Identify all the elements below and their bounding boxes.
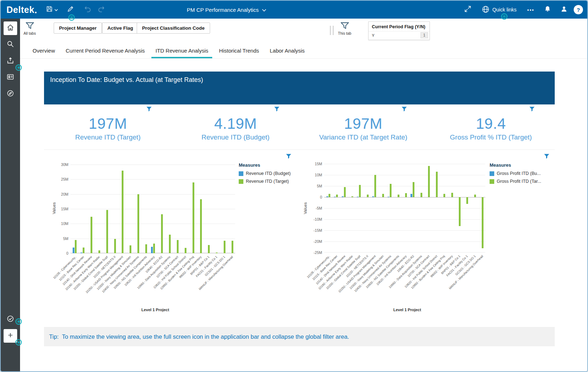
filter-funnel-icon[interactable] bbox=[286, 154, 291, 160]
bar-target[interactable] bbox=[428, 166, 430, 197]
coachmark-dot[interactable] bbox=[15, 64, 22, 71]
bar-target[interactable] bbox=[459, 197, 461, 226]
bar-target[interactable] bbox=[153, 244, 155, 253]
filter-panel-divider[interactable] bbox=[330, 26, 334, 35]
coachmark-dot[interactable] bbox=[68, 14, 75, 21]
bar-target[interactable] bbox=[421, 193, 422, 197]
bar-target[interactable] bbox=[351, 196, 353, 197]
undo-button[interactable] bbox=[81, 3, 94, 16]
bar-target[interactable] bbox=[185, 248, 186, 253]
tab-current-period-revenue-analysis[interactable]: Current Period Revenue Analysis bbox=[60, 43, 150, 58]
filter-funnel-icon[interactable] bbox=[529, 107, 535, 113]
filter-button-project-classification-code[interactable]: Project Classification Code bbox=[137, 23, 210, 34]
redo-button[interactable] bbox=[94, 3, 108, 16]
filter-button-project-manager[interactable]: Project Manager bbox=[54, 23, 102, 34]
account-button[interactable] bbox=[557, 3, 571, 16]
bar-target[interactable] bbox=[359, 185, 361, 197]
quick-links-button[interactable]: Quick links bbox=[482, 5, 517, 14]
bar-target[interactable] bbox=[482, 197, 483, 248]
legend-item[interactable]: Gross Profit ITD (Bu... bbox=[490, 171, 553, 176]
bar-budget[interactable] bbox=[372, 196, 374, 197]
legend-item[interactable]: Revenue ITD (Budget) bbox=[239, 171, 295, 176]
filter-funnel-icon[interactable] bbox=[146, 107, 152, 113]
bar-target[interactable] bbox=[344, 187, 346, 197]
bar-target[interactable] bbox=[367, 195, 369, 197]
bar-target[interactable] bbox=[75, 240, 77, 253]
legend-item[interactable]: Revenue ITD (Target) bbox=[239, 179, 295, 184]
filter-funnel-icon[interactable] bbox=[544, 154, 549, 160]
sidebar-item-search[interactable] bbox=[4, 38, 17, 52]
bar-target[interactable] bbox=[161, 214, 163, 253]
bar-target[interactable] bbox=[193, 182, 194, 253]
sidebar-item-add[interactable] bbox=[4, 329, 17, 343]
sidebar-item-explore[interactable] bbox=[4, 87, 17, 101]
coachmark-dot[interactable] bbox=[15, 318, 22, 325]
notifications-button[interactable] bbox=[541, 3, 554, 16]
dashboard-title-menu[interactable]: PM CP Performance Analytics bbox=[187, 7, 266, 13]
bar-budget[interactable] bbox=[342, 196, 344, 197]
tab-itd-revenue-analysis[interactable]: ITD Revenue Analysis bbox=[150, 43, 214, 58]
section-banner: Inception To Date: Budget vs. Actual (at… bbox=[44, 72, 555, 104]
bar-target[interactable] bbox=[382, 194, 384, 197]
bar-budget[interactable] bbox=[388, 197, 389, 197]
bar-target[interactable] bbox=[336, 195, 338, 197]
sidebar-item-export[interactable] bbox=[4, 54, 17, 68]
bar-target[interactable] bbox=[91, 217, 92, 253]
more-menu-button[interactable]: ••• bbox=[524, 7, 538, 13]
bar-target[interactable] bbox=[216, 253, 218, 253]
sidebar-item-home[interactable] bbox=[4, 21, 17, 35]
coachmark-dot[interactable] bbox=[15, 339, 22, 346]
tab-historical-trends[interactable]: Historical Trends bbox=[214, 43, 264, 58]
kpi-label: Gross Profit % ITD (Target) bbox=[427, 133, 555, 141]
bar-target[interactable] bbox=[390, 184, 392, 197]
sidebar-item-validate[interactable] bbox=[4, 313, 17, 326]
bar-target[interactable] bbox=[200, 199, 202, 253]
filter-funnel-icon[interactable] bbox=[274, 107, 280, 113]
filter-funnel-icon[interactable] bbox=[402, 107, 407, 113]
bar-target[interactable] bbox=[208, 245, 210, 253]
bar-target[interactable] bbox=[83, 248, 84, 254]
all-tabs-filter-button[interactable]: All tabs bbox=[21, 22, 39, 35]
bar-budget[interactable] bbox=[81, 253, 82, 254]
bar-budget[interactable] bbox=[326, 196, 328, 197]
coachmark-dot[interactable] bbox=[501, 13, 507, 20]
bar-target[interactable] bbox=[169, 235, 171, 253]
bar-target[interactable] bbox=[224, 241, 225, 254]
bar-target[interactable] bbox=[137, 194, 139, 253]
tab-labor-analysis[interactable]: Labor Analysis bbox=[264, 43, 310, 58]
bar-budget[interactable] bbox=[357, 197, 359, 197]
bar-budget[interactable] bbox=[334, 197, 336, 197]
bar-target[interactable] bbox=[114, 239, 116, 253]
bar-budget[interactable] bbox=[151, 247, 153, 253]
bar-target[interactable] bbox=[145, 244, 147, 253]
bar-target[interactable] bbox=[474, 195, 476, 197]
tab-overview[interactable]: Overview bbox=[27, 43, 60, 58]
this-tab-filter-button[interactable]: This tab bbox=[336, 22, 354, 35]
bar-target[interactable] bbox=[436, 172, 438, 197]
bar-target[interactable] bbox=[122, 171, 123, 254]
bar-target[interactable] bbox=[405, 193, 407, 197]
bar-target[interactable] bbox=[451, 193, 453, 197]
bar-target[interactable] bbox=[130, 245, 131, 253]
bar-target[interactable] bbox=[398, 195, 399, 197]
bell-icon bbox=[544, 5, 551, 14]
legend-item[interactable]: Gross Profit ITD (Tar... bbox=[490, 179, 553, 184]
bar-target[interactable] bbox=[106, 210, 108, 254]
filter-button-active-flag[interactable]: Active Flag bbox=[102, 23, 139, 34]
bar-budget[interactable] bbox=[73, 248, 74, 254]
sidebar-item-contacts[interactable] bbox=[4, 71, 17, 84]
pinned-filter-card[interactable]: Current Period Flag (Y/N) Y 1 bbox=[368, 21, 430, 40]
bar-target[interactable] bbox=[413, 182, 414, 197]
bar-target[interactable] bbox=[232, 241, 233, 254]
bar-budget[interactable] bbox=[410, 194, 412, 197]
bar-target[interactable] bbox=[177, 240, 179, 253]
bar-target[interactable] bbox=[374, 175, 376, 197]
bar-target[interactable] bbox=[466, 197, 468, 204]
help-button[interactable]: ? bbox=[574, 5, 583, 14]
bar-target[interactable] bbox=[98, 250, 100, 253]
fullscreen-button[interactable] bbox=[461, 3, 475, 16]
bar-target[interactable] bbox=[443, 194, 445, 197]
bar-target[interactable] bbox=[329, 194, 330, 197]
y-tick-label: -10M bbox=[307, 217, 322, 221]
save-button[interactable] bbox=[45, 3, 59, 16]
